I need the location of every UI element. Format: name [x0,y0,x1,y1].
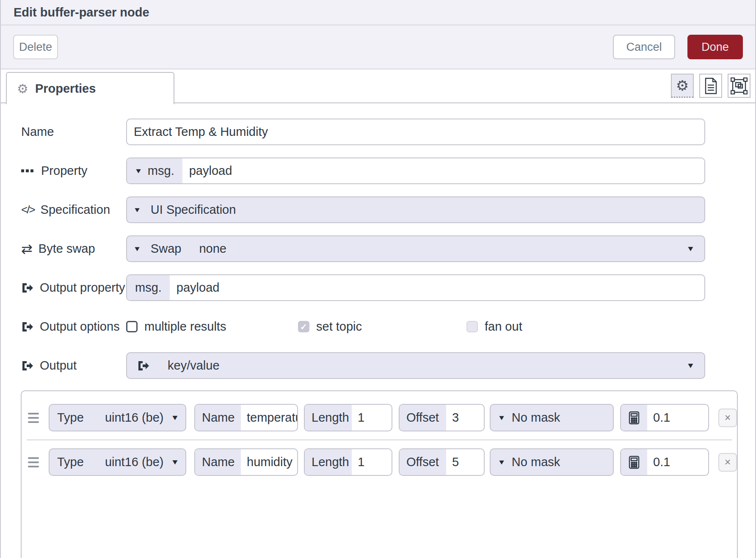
item-mask-select[interactable]: ▼ No mask [490,448,614,476]
fan-out-label: fan out [485,320,522,334]
cancel-button[interactable]: Cancel [613,35,675,59]
item-length-field: Length 1 [304,404,392,431]
set-topic-checkbox[interactable]: ✓ [298,321,309,332]
chevron-down-icon: ▼ [134,167,142,175]
item-name-label: Name [195,449,241,475]
item-length-input[interactable]: 1 [352,405,392,431]
chevron-down-icon: ▼ [497,459,505,466]
remove-item-button[interactable]: × [718,409,737,427]
item-length-label: Length [305,405,352,431]
remove-item-button[interactable]: × [718,453,737,472]
item-scale-input[interactable]: 0.1 [647,405,708,431]
swap-arrows-icon: ⇄ [21,242,33,256]
form-row-specification: </> Specification ▼ UI Specification [21,196,705,223]
name-input[interactable]: Extract Temp & Humidity [126,119,705,145]
code-icon: </> [21,203,35,216]
property-label: Property [21,164,126,178]
output-property-typed-input[interactable]: msg. payload [126,274,705,301]
item-type-select[interactable]: Type uint16 (be) ▼ [49,404,186,431]
form-row-byteswap: ⇄ Byte swap ▼ Swap none ▼ [21,235,705,262]
item-divider [27,439,732,440]
output-label: Output [21,359,126,373]
name-value[interactable]: Extract Temp & Humidity [127,119,704,144]
parser-item-row: Type uint16 (be) ▼ Name temperature Leng… [22,404,737,431]
item-scale-field: 0.1 [620,448,709,476]
item-name-input[interactable]: temperature [241,405,298,431]
item-type-select[interactable]: Type uint16 (be) ▼ [49,448,186,476]
property-value[interactable]: payload [182,158,704,183]
item-name-input[interactable]: humidity [241,449,297,475]
option-set-topic: ✓ set topic [298,320,466,334]
item-length-label: Length [305,449,352,475]
done-button[interactable]: Done [687,35,743,59]
item-type-label: Type [57,455,84,469]
item-mask-select[interactable]: ▼ No mask [490,404,614,431]
calculator-icon [621,449,647,475]
byteswap-select[interactable]: ▼ Swap none ▼ [126,235,705,262]
gear-icon: ⚙ [17,81,28,96]
dialog-titlebar: Edit buffer-parser node [1,0,755,25]
specification-label: </> Specification [21,203,126,217]
option-fan-out: fan out [466,320,522,334]
form-row-name: Name Extract Temp & Humidity [21,119,705,145]
output-selected: key/value [168,359,220,373]
form-row-output: Output key/value ▼ [21,352,705,379]
tab-properties[interactable]: ⚙ Properties [6,72,174,104]
gear-icon: ⚙ [676,77,689,94]
description-section-button[interactable] [699,74,722,98]
drag-handle-icon[interactable] [28,457,39,467]
byteswap-value[interactable]: ▼ Swap none [127,236,704,261]
form-row-property: Property ▼ msg. payload [21,157,705,184]
output-property-label: Output property [21,281,126,295]
chevron-down-icon: ▼ [171,458,179,467]
specification-value[interactable]: ▼ UI Specification [127,197,704,222]
byteswap-label: ⇄ Byte swap [21,242,126,256]
parser-items-container: Type uint16 (be) ▼ Name temperature Leng… [21,390,738,558]
output-options-label: Output options [21,320,126,334]
form-row-output-property: Output property msg. payload [21,274,705,301]
output-property-value[interactable]: payload [170,275,704,300]
editor-section-buttons: ⚙ [671,74,750,98]
multiple-results-checkbox[interactable] [126,321,138,332]
output-select[interactable]: key/value ▼ [126,352,705,379]
chevron-down-icon: ▼ [133,245,141,253]
item-mask-value: No mask [512,411,560,425]
item-scale-input[interactable]: 0.1 [647,449,708,475]
form-row-output-options: Output options multiple results ✓ set to… [21,313,705,340]
item-scale-field: 0.1 [620,404,709,431]
drag-handle-icon[interactable] [28,413,39,423]
item-offset-field: Offset 3 [399,404,485,431]
item-type-label: Type [57,411,84,425]
calculator-icon [621,405,647,431]
item-length-input[interactable]: 1 [352,449,392,475]
item-offset-field: Offset 5 [399,448,485,476]
close-icon: × [725,412,731,424]
fan-out-checkbox[interactable] [466,321,478,332]
properties-section-button[interactable]: ⚙ [671,74,694,98]
specification-select[interactable]: ▼ UI Specification [126,196,705,223]
document-icon [704,77,718,94]
chevron-down-icon: ▼ [171,414,179,422]
item-offset-input[interactable]: 5 [446,449,484,475]
output-value[interactable]: key/value [127,353,704,378]
property-type-select[interactable]: ▼ msg. [127,158,182,183]
property-typed-input[interactable]: ▼ msg. payload [126,157,705,184]
multiple-results-label: multiple results [144,320,226,334]
chevron-down-icon: ▼ [686,362,695,370]
dialog-button-row: Delete Cancel Done [1,25,755,69]
name-label: Name [21,125,126,139]
sign-out-icon [21,320,34,333]
appearance-section-button[interactable] [728,74,750,98]
byteswap-prefix: Swap [151,242,182,256]
item-name-field: Name temperature [194,404,298,431]
appearance-frame-icon [731,77,748,94]
item-name-label: Name [195,405,241,431]
item-length-field: Length 1 [304,448,392,476]
option-multiple-results: multiple results [126,320,298,334]
item-offset-input[interactable]: 3 [446,405,484,431]
delete-button[interactable]: Delete [13,35,58,59]
tab-strip: ⚙ Properties ⚙ [1,69,755,103]
sign-out-icon [137,359,150,372]
chevron-down-icon: ▼ [497,414,505,422]
parser-item-row: Type uint16 (be) ▼ Name humidity Length … [22,448,737,476]
